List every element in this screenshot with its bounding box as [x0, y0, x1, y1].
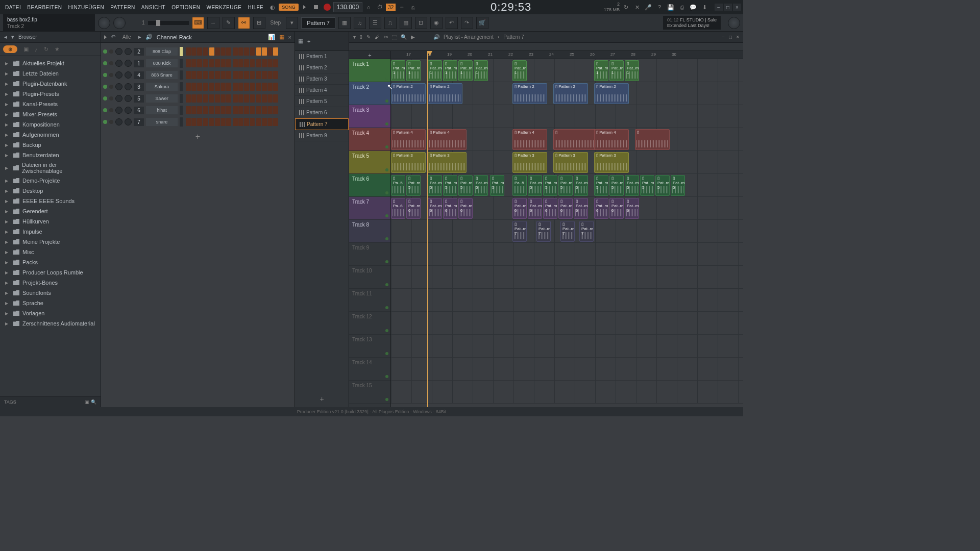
- download-icon[interactable]: ⬇: [699, 2, 709, 12]
- step-cell[interactable]: [267, 118, 273, 126]
- step-cell[interactable]: [191, 94, 197, 103]
- channel-select[interactable]: [180, 106, 183, 115]
- channel-select[interactable]: [180, 94, 183, 103]
- step-cell[interactable]: [191, 106, 197, 114]
- step-cell[interactable]: [226, 94, 231, 103]
- pattern-clip[interactable]: ▯ Pat..rn 6: [594, 198, 608, 219]
- channel-select[interactable]: [180, 59, 183, 68]
- browser-item[interactable]: ▸Sprache: [0, 298, 101, 308]
- step-cell[interactable]: [250, 94, 255, 103]
- mixer-button[interactable]: ⎍: [384, 17, 397, 29]
- track-mute-dot[interactable]: [385, 329, 388, 332]
- step-cell[interactable]: [209, 47, 214, 56]
- channel-vol-knob[interactable]: [125, 48, 132, 55]
- menu-hinzufuegen[interactable]: HINZUFÜGEN: [65, 4, 108, 11]
- pattern-clip[interactable]: ▯ Pat..rn 7: [512, 221, 527, 242]
- pattern-clip[interactable]: ▯ Pat..rn 5: [474, 175, 488, 196]
- pattern-clip[interactable]: ▯ Pattern 3: [512, 152, 547, 173]
- step-cell[interactable]: [273, 59, 278, 67]
- play-button[interactable]: [300, 2, 310, 12]
- add-channel-button[interactable]: +: [103, 128, 292, 145]
- pl-max-icon[interactable]: □: [729, 34, 732, 40]
- step-cell[interactable]: [233, 71, 238, 79]
- step-cell[interactable]: [191, 118, 197, 126]
- pattern-clip[interactable]: ▯ Pattern 4: [391, 129, 426, 150]
- pattern-clip[interactable]: ▯ Pat..rn 1: [428, 60, 442, 81]
- shop-button[interactable]: 🛒: [476, 17, 488, 29]
- folder-filter-icon[interactable]: ▣: [23, 46, 29, 53]
- pattern-clip[interactable]: ▯ Pat..rn 5: [609, 175, 624, 196]
- pattern-clip[interactable]: ▯ Pattern 3: [428, 152, 467, 173]
- time-display[interactable]: 0:29:53: [491, 1, 531, 14]
- track-lane[interactable]: [391, 266, 743, 289]
- pattern-item[interactable]: Pattern 6: [295, 107, 349, 118]
- browser-item[interactable]: ▸Kompositionen: [0, 119, 101, 130]
- step-cell[interactable]: [215, 118, 220, 126]
- track-mute-dot[interactable]: [385, 283, 388, 286]
- pattern-clip[interactable]: ▯ Pat..rn 6: [528, 198, 542, 219]
- channel-pan-knob[interactable]: [115, 83, 122, 90]
- channel-mute[interactable]: [109, 96, 113, 101]
- tracks-area[interactable]: ▯ Pat..rn 1▯ Pat..rn 1▯ Pat..rn 1▯ Pat..…: [391, 59, 743, 404]
- channel-led[interactable]: [103, 108, 107, 112]
- channel-select[interactable]: [180, 47, 183, 56]
- step-cell[interactable]: [244, 71, 249, 79]
- pattern-clip[interactable]: ▯ Pa..5: [391, 175, 405, 196]
- step-cell[interactable]: [250, 106, 255, 114]
- step-cell[interactable]: [186, 59, 191, 67]
- pattern-clip[interactable]: ▯ Pat..rn 5: [458, 175, 473, 196]
- channel-vol-knob[interactable]: [125, 83, 132, 90]
- browser-item[interactable]: ▸Zerschnittenes Audiomaterial: [0, 318, 101, 329]
- typing-keyboard-button[interactable]: ⌨: [192, 17, 204, 29]
- step-cell[interactable]: [273, 83, 278, 91]
- browser-item[interactable]: ▸Plugin-Presets: [0, 89, 101, 99]
- pl-min-icon[interactable]: −: [722, 34, 725, 40]
- step-cell[interactable]: [220, 83, 226, 91]
- audio-filter-icon[interactable]: ♪: [35, 46, 38, 53]
- pattern-clip[interactable]: ▯ Pat..rn 5: [594, 175, 608, 196]
- step-cell[interactable]: [262, 83, 267, 91]
- step-cell[interactable]: [226, 47, 231, 56]
- channel-mute[interactable]: [109, 120, 113, 124]
- redo-button[interactable]: ↷: [461, 17, 473, 29]
- step-cell[interactable]: [197, 59, 202, 67]
- pencil-tool-icon[interactable]: ✎: [366, 34, 371, 40]
- channel-name[interactable]: hihat: [146, 106, 178, 114]
- step-cell[interactable]: [197, 83, 202, 91]
- track-lane[interactable]: [391, 358, 743, 381]
- pattern-clip[interactable]: ▯ Pat..rn 1: [594, 60, 608, 81]
- step-cell[interactable]: [215, 83, 220, 91]
- star-filter-icon[interactable]: ★: [55, 46, 60, 53]
- brush-tool-icon[interactable]: 🖌: [375, 34, 380, 40]
- pattern-clip[interactable]: ▯ Pat..rn 5: [558, 175, 573, 196]
- step-cell[interactable]: [209, 83, 214, 91]
- step-cell[interactable]: [250, 71, 255, 79]
- pattern-clip[interactable]: ▯ Pat..rn 5: [655, 175, 670, 196]
- channel-rack-button[interactable]: ☰: [369, 17, 381, 29]
- snap-button[interactable]: ⊞: [253, 17, 265, 29]
- link-button[interactable]: ⚯: [238, 17, 250, 29]
- channel-number[interactable]: 1: [134, 60, 144, 67]
- track-mute-dot[interactable]: [385, 375, 388, 378]
- pattern-clip[interactable]: ▯ Pat..rn 5: [443, 175, 457, 196]
- step-cell[interactable]: [262, 106, 267, 114]
- track-mute-dot[interactable]: [385, 352, 388, 355]
- render-icon[interactable]: ⎙: [677, 2, 687, 12]
- step-cell[interactable]: [215, 94, 220, 103]
- step-cell[interactable]: [250, 118, 255, 126]
- channel-mute[interactable]: [109, 61, 113, 65]
- pattern-selector[interactable]: Pattern 7: [301, 17, 335, 29]
- add-track-button[interactable]: +: [349, 51, 390, 59]
- step-cell[interactable]: [220, 71, 226, 79]
- pattern-clip[interactable]: ▯ Pattern 3: [553, 152, 588, 173]
- playlist-breadcrumb[interactable]: Pattern 7: [503, 34, 524, 40]
- undo-button[interactable]: ↶: [446, 17, 458, 29]
- pencil-button[interactable]: ✎: [223, 17, 235, 29]
- step-cell[interactable]: [191, 59, 197, 67]
- rack-filter[interactable]: Alle: [119, 34, 134, 40]
- track-mute-dot[interactable]: [385, 237, 388, 240]
- channel-select[interactable]: [180, 117, 183, 127]
- step-cell[interactable]: [256, 83, 261, 91]
- step-cell[interactable]: [256, 59, 261, 67]
- grid-icon[interactable]: ▦: [279, 34, 284, 40]
